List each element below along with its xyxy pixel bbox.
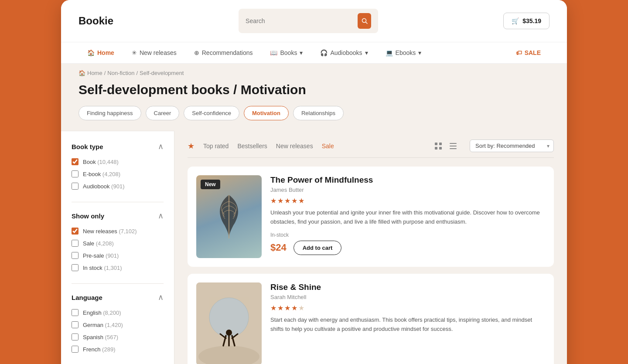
sort-tabs: ★ Top rated Bestsellers New releases Sal…	[188, 141, 422, 151]
nav-label-home: Home	[97, 49, 114, 56]
checkbox-ebook-input[interactable]	[72, 170, 78, 177]
pill-motivation[interactable]: Motivation	[244, 106, 289, 120]
feather-icon	[212, 191, 246, 243]
book-card-rise: Rise & Shine Sarah Mitchell ★ ★ ★ ★ ★ St…	[188, 274, 554, 364]
book-info-rise: Rise & Shine Sarah Mitchell ★ ★ ★ ★ ★ St…	[270, 282, 545, 339]
svg-line-1	[365, 22, 367, 24]
checkbox-sale[interactable]: Sale (4,208)	[72, 240, 164, 247]
sale-icon: 🏷	[516, 49, 522, 56]
logo: Bookie	[78, 15, 113, 27]
pill-career[interactable]: Career	[146, 106, 180, 120]
nav-label-audiobooks: Audiobooks	[330, 49, 362, 56]
search-bar	[239, 9, 378, 33]
tab-new-releases[interactable]: New releases	[276, 141, 313, 151]
checkbox-pre-sale[interactable]: Pre-sale (901)	[72, 252, 164, 259]
new-badge-mindfulness: New	[201, 180, 220, 189]
language-header: Language ∧	[72, 293, 164, 302]
book-stock-mindfulness: In-stock	[270, 232, 545, 238]
checkbox-new-releases[interactable]: New releases (7,102)	[72, 228, 164, 235]
checkbox-french[interactable]: French (289)	[72, 346, 164, 353]
svg-rect-7	[450, 146, 457, 146]
search-button[interactable]	[358, 13, 371, 29]
book-cover-mindfulness: New	[196, 175, 262, 258]
list-view-icon[interactable]	[447, 140, 459, 152]
checkbox-audiobook-input[interactable]	[72, 183, 78, 190]
checkbox-pre-sale-input[interactable]	[72, 252, 78, 259]
breadcrumb-selfdevelopment[interactable]: Self-development	[140, 70, 184, 76]
svg-rect-6	[450, 143, 457, 144]
book-type-section: Book type ∧ Book (10,448) E-book (4,208)…	[72, 142, 164, 190]
checkbox-german[interactable]: German (1,420)	[72, 321, 164, 328]
checkbox-sale-input[interactable]	[72, 240, 78, 247]
book-title-mindfulness[interactable]: The Power of Mindfulness	[270, 175, 545, 185]
header: Bookie 🛒 $35.19	[61, 0, 567, 42]
breadcrumb: 🏠 Home / Non-fiction / Self-development	[61, 64, 567, 82]
pill-finding-happiness[interactable]: Finding happiness	[78, 106, 141, 120]
home-icon: 🏠	[87, 49, 95, 56]
checkbox-english-input[interactable]	[72, 309, 78, 316]
checkbox-book[interactable]: Book (10,448)	[72, 158, 164, 165]
checkbox-audiobook[interactable]: Audiobook (901)	[72, 183, 164, 190]
nav-item-new-releases[interactable]: ✳ New releases	[123, 42, 185, 63]
tab-sale[interactable]: Sale	[322, 141, 334, 151]
book-description-mindfulness: Unleash your true potential and ignite y…	[270, 208, 545, 227]
checkbox-book-input[interactable]	[72, 158, 78, 165]
nav-item-home[interactable]: 🏠 Home	[78, 42, 123, 63]
book-type-collapse-icon[interactable]: ∧	[158, 142, 164, 151]
search-input[interactable]	[246, 17, 353, 24]
svg-rect-8	[450, 148, 457, 149]
sidebar: Book type ∧ Book (10,448) E-book (4,208)…	[61, 131, 174, 364]
recommendations-icon: ⊕	[194, 49, 199, 56]
star-tab[interactable]: ★	[188, 141, 195, 151]
search-icon	[362, 18, 368, 24]
book-stars-rise: ★ ★ ★ ★ ★	[270, 304, 545, 312]
ebooks-chevron-icon: ▾	[418, 49, 421, 56]
nav-item-ebooks[interactable]: 💻 Ebooks ▾	[377, 42, 430, 63]
breadcrumb-nonfiction[interactable]: Non-fiction	[107, 70, 134, 76]
main-container: Bookie 🛒 $35.19 🏠 Home ✳ New releases ⊕	[61, 0, 567, 364]
checkbox-ebook[interactable]: E-book (4,208)	[72, 170, 164, 177]
language-collapse-icon[interactable]: ∧	[158, 293, 164, 302]
tab-top-rated[interactable]: Top rated	[203, 141, 229, 151]
nav-item-recommendations[interactable]: ⊕ Recommendations	[185, 42, 262, 63]
checkbox-spanish[interactable]: Spanish (567)	[72, 333, 164, 340]
nav-label-recommendations: Recommendations	[202, 49, 253, 56]
book-cover-rise	[196, 282, 262, 364]
tab-bestsellers[interactable]: Bestsellers	[237, 141, 267, 151]
divider-1	[72, 202, 164, 202]
checkbox-english[interactable]: English (8,200)	[72, 309, 164, 316]
content-area: Book type ∧ Book (10,448) E-book (4,208)…	[61, 131, 567, 364]
checkbox-german-input[interactable]	[72, 321, 78, 328]
sort-bar: ★ Top rated Bestsellers New releases Sal…	[188, 139, 554, 158]
nav-item-sale[interactable]: 🏷 SALE	[507, 42, 550, 63]
rise-cover-art	[196, 282, 262, 364]
show-only-section: Show only ∧ New releases (7,102) Sale (4…	[72, 211, 164, 271]
svg-rect-2	[435, 143, 437, 145]
checkbox-new-releases-input[interactable]	[72, 228, 78, 235]
book-info-mindfulness: The Power of Mindfulness James Butter ★ …	[270, 175, 545, 255]
checkbox-spanish-input[interactable]	[72, 333, 78, 340]
book-title-rise[interactable]: Rise & Shine	[270, 282, 545, 292]
svg-point-12	[226, 330, 232, 336]
book-description-rise: Start each day with energy and enthusias…	[270, 316, 545, 334]
breadcrumb-home[interactable]: Home	[87, 70, 102, 76]
nav-item-audiobooks[interactable]: 🎧 Audiobooks ▾	[311, 42, 376, 63]
sort-select[interactable]: Sort by: Recommended Sort by: Price Low …	[470, 139, 554, 152]
ebooks-icon: 💻	[386, 49, 393, 56]
nav-item-books[interactable]: 📖 Books ▾	[261, 42, 311, 63]
show-only-header: Show only ∧	[72, 211, 164, 221]
cover-art-rise	[196, 282, 262, 364]
checkbox-in-stock-input[interactable]	[72, 264, 78, 271]
pill-self-confidence[interactable]: Self-confidence	[184, 106, 239, 120]
checkbox-french-input[interactable]	[72, 346, 78, 353]
nav-label-ebooks: Ebooks	[396, 49, 416, 56]
add-to-cart-mindfulness[interactable]: Add to cart	[294, 241, 342, 255]
checkbox-in-stock[interactable]: In stock (1,301)	[72, 264, 164, 271]
show-only-collapse-icon[interactable]: ∧	[158, 211, 164, 221]
grid-view-icon[interactable]	[432, 140, 444, 152]
cart-button[interactable]: 🛒 $35.19	[503, 13, 550, 29]
sort-select-wrap: Sort by: Recommended Sort by: Price Low …	[470, 139, 554, 152]
pill-relationships[interactable]: Relationships	[293, 106, 344, 120]
cart-amount: $35.19	[522, 17, 541, 24]
book-footer-mindfulness: $24 Add to cart	[270, 241, 545, 255]
